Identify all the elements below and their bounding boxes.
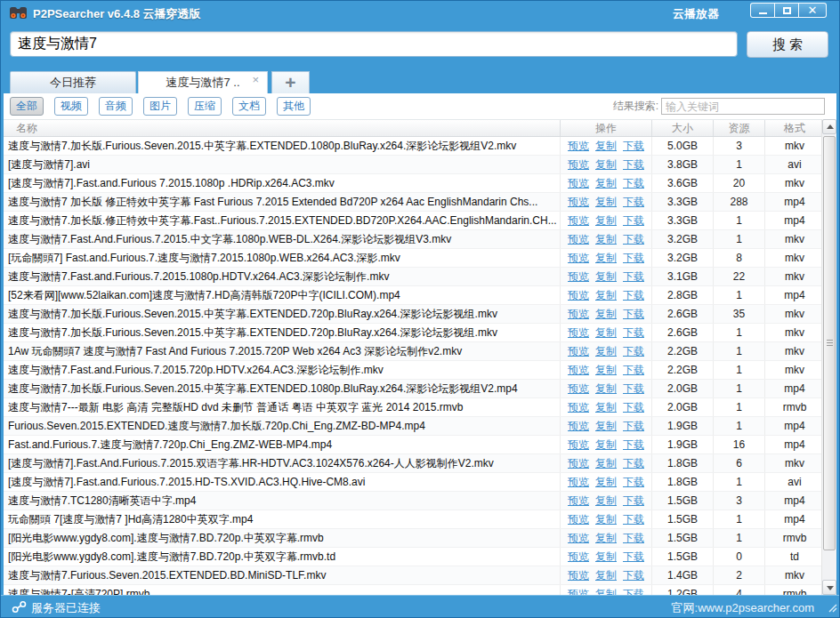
table-row[interactable]: 速度与激情7 加长版 修正特效中英字幕 Fast Furious 7.2015 … [4,193,824,212]
preview-link[interactable]: 预览 [568,456,589,471]
copy-link[interactable]: 复制 [595,550,617,565]
preview-link[interactable]: 预览 [568,344,589,359]
copy-link[interactable]: 复制 [595,381,617,397]
preview-link[interactable]: 预览 [568,269,589,285]
download-link[interactable]: 下载 [623,512,644,527]
copy-link[interactable]: 复制 [595,344,617,359]
download-link[interactable]: 下载 [623,139,644,154]
preview-link[interactable]: 预览 [568,363,589,378]
table-row[interactable]: [速度与激情7].Fast.and.Furious.7.2015.HD-TS.X… [4,473,824,492]
filter-button-archive[interactable]: 压缩 [188,97,222,116]
preview-link[interactable]: 预览 [568,157,589,173]
download-link[interactable]: 下载 [623,251,644,266]
table-row[interactable]: [玩命關頭7] Fast.and.Furious.7.速度与激情7.2015.1… [4,249,824,268]
column-header-name[interactable]: 名称 [4,120,560,136]
download-link[interactable]: 下载 [623,288,644,303]
copy-link[interactable]: 复制 [595,232,617,247]
table-row[interactable]: [速度与激情7].avi预览复制下载3.8GB1avi [4,156,824,174]
table-row[interactable]: 1Aw 玩命關頭7 速度与激情7 Fast And Furious 7.2015… [4,342,824,361]
preview-link[interactable]: 预览 [568,307,589,322]
copy-link[interactable]: 复制 [595,587,617,596]
cloud-player-button[interactable]: 云播放器 [673,6,719,22]
copy-link[interactable]: 复制 [595,568,617,583]
download-link[interactable]: 下载 [623,550,644,565]
column-header-format[interactable]: 格式 [764,120,824,136]
filter-button-audio[interactable]: 音频 [99,97,133,116]
table-row[interactable]: [速度与激情7].Fast.and.Furious 7.2015.1080p .… [4,174,824,193]
preview-link[interactable]: 预览 [568,195,589,210]
preview-link[interactable]: 预览 [568,512,589,527]
copy-link[interactable]: 复制 [595,512,617,527]
copy-link[interactable]: 复制 [595,139,617,154]
download-link[interactable]: 下载 [623,456,644,471]
result-search-input[interactable] [661,98,825,115]
table-row[interactable]: 速度与激情7.Furious.Seven.2015.EXTENDED.BD.Mi… [4,566,824,585]
copy-link[interactable]: 复制 [595,494,617,509]
tab-close-icon[interactable]: × [252,74,259,85]
preview-link[interactable]: 预览 [568,587,589,596]
copy-link[interactable]: 复制 [595,400,617,415]
table-row[interactable]: Fast.and.Furious.7.速度与激情7.720p.Chi_Eng.Z… [4,436,824,454]
table-row[interactable]: 速度与激情7.TC1280清晰英语中字.mp4预览复制下载1.5GB3mp4 [4,492,824,510]
copy-link[interactable]: 复制 [595,288,617,303]
scroll-down-button[interactable] [822,580,836,595]
table-row[interactable]: 速度与激情7---最新 电影 高清 完整版HD dvd 未删节 普通话 粤语 中… [4,398,824,417]
preview-link[interactable]: 预览 [568,400,589,415]
copy-link[interactable]: 复制 [595,456,617,471]
table-row[interactable]: 速度与激情7.Fast.And.Furious.7.2015.中文字幕.1080… [4,230,824,249]
copy-link[interactable]: 复制 [595,363,617,378]
minimize-button[interactable] [750,3,775,18]
maximize-button[interactable] [774,3,799,18]
preview-link[interactable]: 预览 [568,475,589,490]
table-row[interactable]: Furious.Seven.2015.EXTENDED.速度与激情7.加长版.7… [4,417,824,436]
download-link[interactable]: 下载 [623,381,644,397]
tab-today-recommend[interactable]: 今日推荐 [10,71,136,93]
preview-link[interactable]: 预览 [568,494,589,509]
preview-link[interactable]: 预览 [568,531,589,546]
column-header-size[interactable]: 大小 [651,120,713,136]
filter-button-image[interactable]: 图片 [143,97,177,116]
table-row[interactable]: [速度与激情7].Fast.And.Furious.7.2015.双语字幕.HR… [4,454,824,473]
download-link[interactable]: 下载 [623,531,644,546]
table-row[interactable]: 速度与激情7.加长版.Furious.Seven.2015.中英字幕.EXTEN… [4,137,824,156]
preview-link[interactable]: 预览 [568,288,589,303]
close-button[interactable]: ✕ [798,3,827,18]
column-header-resources[interactable]: 资源 [713,120,764,136]
table-row[interactable]: 速度与激情7.Fast.and.Furious.7.2015.1080p.HDT… [4,268,824,286]
download-link[interactable]: 下载 [623,437,644,453]
search-button[interactable]: 搜 索 [747,31,828,58]
table-row[interactable]: 速度与激情7.加长版.修正特效中英字幕.Fast..Furious.7.2015… [4,212,824,230]
download-link[interactable]: 下载 [623,176,644,191]
column-header-actions[interactable]: 操作 [560,120,651,136]
table-row[interactable]: 速度与激情7.加长版.Furious.Seven.2015.中英字幕.EXTEN… [4,380,824,398]
table-row[interactable]: 速度与激情7.Fast.and.Furious.7.2015.720p.HDTV… [4,361,824,380]
copy-link[interactable]: 复制 [595,269,617,285]
download-link[interactable]: 下载 [623,344,644,359]
preview-link[interactable]: 预览 [568,213,589,229]
copy-link[interactable]: 复制 [595,531,617,546]
download-link[interactable]: 下载 [623,232,644,247]
copy-link[interactable]: 复制 [595,325,617,341]
preview-link[interactable]: 预览 [568,251,589,266]
copy-link[interactable]: 复制 [595,251,617,266]
preview-link[interactable]: 预览 [568,568,589,583]
download-link[interactable]: 下载 [623,568,644,583]
copy-link[interactable]: 复制 [595,157,617,173]
preview-link[interactable]: 预览 [568,232,589,247]
filter-button-document[interactable]: 文档 [232,97,266,116]
preview-link[interactable]: 预览 [568,550,589,565]
copy-link[interactable]: 复制 [595,307,617,322]
table-row[interactable]: 速度与激情7.加长版.Furious.Seven.2015.中英字幕.EXTEN… [4,305,824,324]
new-tab-button[interactable]: + [271,71,310,93]
resize-grip[interactable] [827,602,837,615]
preview-link[interactable]: 预览 [568,381,589,397]
copy-link[interactable]: 复制 [595,419,617,434]
download-link[interactable]: 下载 [623,195,644,210]
scrollbar-thumb[interactable] [823,136,836,550]
table-row[interactable]: 玩命關頭 7[速度与激情7 ]Hd高清1280中英双字.mp4预览复制下载1.5… [4,510,824,529]
download-link[interactable]: 下载 [623,213,644,229]
download-link[interactable]: 下载 [623,157,644,173]
download-link[interactable]: 下载 [623,587,644,596]
preview-link[interactable]: 预览 [568,437,589,453]
copy-link[interactable]: 复制 [595,437,617,453]
